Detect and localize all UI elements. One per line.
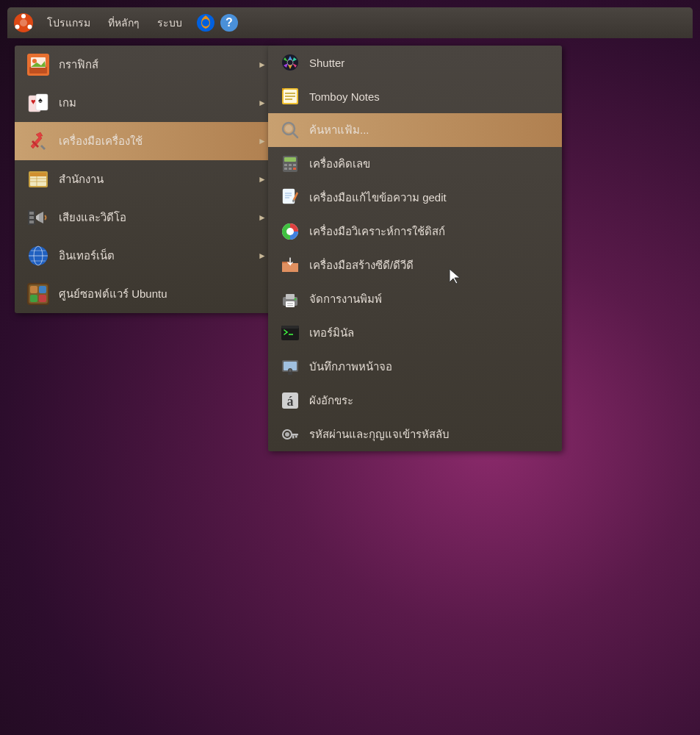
menubar-programs[interactable]: โปรแกรม (40, 12, 98, 34)
svg-rect-68 (286, 294, 295, 299)
menu-item-internet[interactable]: อินเทอร์เน็ต ► (15, 237, 275, 275)
svg-rect-87 (292, 436, 295, 439)
menubar-places[interactable]: ที่หลักๆ (101, 12, 147, 34)
tomboy-icon (280, 86, 300, 107)
print-icon (280, 289, 300, 309)
graphics-arrow: ► (258, 60, 267, 70)
svg-rect-85 (291, 434, 298, 436)
svg-rect-80 (288, 372, 292, 375)
svg-rect-38 (39, 286, 46, 293)
search-file-icon (280, 120, 300, 140)
help-icon[interactable]: ? (219, 12, 239, 33)
submenu-shutter[interactable]: Shutter (268, 46, 562, 79)
svg-rect-69 (286, 301, 295, 307)
menu-item-sound[interactable]: เสียงและวิดีโอ ► (15, 198, 275, 237)
svg-rect-40 (39, 295, 46, 302)
password-label: รหัสผ่านและกุญแจเข้ารหัสลับ (309, 426, 450, 443)
svg-rect-29 (29, 220, 34, 223)
menu-item-tools[interactable]: เครื่องมือเครื่องใช้ ► (15, 122, 275, 160)
menu-item-graphics[interactable]: กราฟิกส์ ► (15, 46, 275, 84)
screenshot-icon (280, 356, 300, 377)
terminal-icon (280, 323, 300, 343)
office-icon (26, 168, 50, 191)
calculator-label: เครื่องคิดเลข (309, 155, 370, 173)
svg-rect-27 (29, 212, 34, 215)
svg-point-12 (32, 59, 37, 63)
firefox-icon[interactable] (195, 12, 216, 33)
svg-rect-55 (293, 164, 296, 166)
internet-icon (26, 244, 50, 268)
shutter-icon (280, 52, 300, 73)
tools-icon (26, 129, 50, 153)
search-label: ค้นหาแฟ้ม... (309, 121, 369, 139)
svg-text:?: ? (225, 16, 233, 29)
screenshot-label: บันทึกภาพหน้าจอ (309, 358, 392, 376)
ubuntu-logo-icon[interactable] (13, 12, 34, 33)
menubar-system[interactable]: ระบบ (150, 12, 190, 34)
svg-rect-54 (289, 164, 292, 166)
submenu-password[interactable]: รหัสผ่านและกุญแจเข้ารหัสลับ (268, 417, 562, 451)
svg-rect-57 (289, 168, 292, 170)
svg-rect-70 (287, 303, 293, 304)
svg-point-65 (286, 228, 294, 235)
svg-point-42 (287, 60, 293, 65)
office-arrow: ► (258, 174, 267, 184)
submenu-font[interactable]: á ผังอักขระ (268, 384, 562, 417)
sound-icon (26, 206, 50, 229)
submenu-tomboy[interactable]: Tomboy Notes (268, 79, 562, 113)
submenu-cd-creator[interactable]: เครื่องมือสร้างซีดี/ดีวีดี (268, 248, 562, 282)
submenu: Shutter Tomboy Notes (268, 46, 562, 451)
password-icon (280, 424, 300, 445)
tools-label: เครื่องมือเครื่องใช้ (59, 132, 142, 150)
calculator-icon (280, 154, 300, 174)
submenu-print[interactable]: จัดการงานพิมพ์ (268, 282, 562, 316)
svg-text:♠: ♠ (38, 96, 43, 104)
main-menu: กราฟิกส์ ► ♥ ♠ เกม ► (15, 46, 275, 313)
graphics-label: กราฟิกส์ (59, 56, 98, 74)
svg-rect-86 (295, 436, 297, 438)
svg-rect-28 (29, 216, 34, 219)
menu-item-games[interactable]: ♥ ♠ เกม ► (15, 84, 275, 122)
svg-point-6 (202, 19, 209, 26)
menubar: โปรแกรม ที่หลักๆ ระบบ ? (7, 7, 693, 38)
sound-label: เสียงและวิดีโอ (59, 209, 126, 226)
games-label: เกม (59, 94, 76, 112)
submenu-terminal[interactable]: เทอร์มินัล (268, 316, 562, 350)
tomboy-label: Tomboy Notes (309, 90, 380, 103)
svg-point-3 (28, 25, 32, 29)
svg-text:á: á (287, 394, 294, 409)
svg-rect-56 (284, 168, 287, 170)
software-label: ศูนย์ซอฟต์แวร์ Ubuntu (59, 285, 167, 303)
svg-rect-53 (284, 164, 287, 166)
disk-usage-icon (280, 221, 300, 242)
internet-arrow: ► (258, 251, 267, 261)
svg-line-49 (293, 133, 297, 137)
submenu-screenshot[interactable]: บันทึกภาพหน้าจอ (268, 350, 562, 384)
svg-rect-58 (293, 168, 296, 170)
svg-rect-52 (284, 157, 296, 162)
svg-point-2 (21, 14, 26, 18)
menu-item-software[interactable]: ศูนย์ซอฟต์แวร์ Ubuntu (15, 275, 275, 313)
font-icon: á (280, 390, 300, 411)
svg-rect-74 (281, 326, 299, 329)
shutter-label: Shutter (309, 57, 344, 69)
office-label: สำนักงาน (59, 171, 104, 188)
internet-label: อินเทอร์เน็ต (59, 247, 115, 265)
svg-point-1 (20, 19, 27, 26)
gedit-label: เครื่องมือแก้ไขข้อความ gedit (309, 189, 447, 207)
terminal-label: เทอร์มินัล (309, 324, 354, 342)
games-arrow: ► (258, 98, 267, 108)
svg-point-84 (285, 432, 289, 437)
svg-text:♥: ♥ (31, 97, 36, 106)
print-label: จัดการงานพิมพ์ (309, 290, 382, 308)
submenu-calculator[interactable]: เครื่องคิดเลข (268, 147, 562, 181)
submenu-disk-usage[interactable]: เครื่องมือวิเคราะห์การใช้ดิสก์ (268, 215, 562, 248)
gedit-icon (280, 187, 300, 208)
submenu-search[interactable]: ค้นหาแฟ้ม... (268, 113, 562, 147)
menu-item-office[interactable]: สำนักงาน ► (15, 160, 275, 198)
svg-point-72 (295, 298, 297, 301)
font-label: ผังอักขระ (309, 392, 353, 409)
submenu-gedit[interactable]: เครื่องมือแก้ไขข้อความ gedit (268, 181, 562, 215)
svg-rect-10 (29, 67, 47, 74)
svg-rect-37 (30, 286, 37, 293)
